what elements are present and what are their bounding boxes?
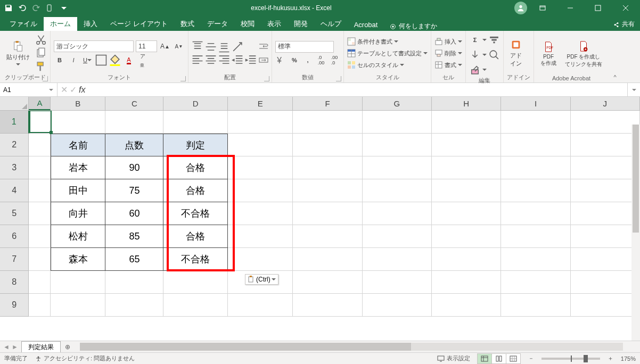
cell-F2[interactable]: [293, 134, 362, 156]
cell-A2[interactable]: [29, 134, 51, 156]
cell-B9[interactable]: [51, 294, 105, 317]
cell-F6[interactable]: [293, 225, 362, 248]
decrease-font-icon[interactable]: A▼: [173, 40, 185, 52]
accounting-format-icon[interactable]: ¥: [275, 54, 287, 66]
tab-formulas[interactable]: 数式: [174, 17, 201, 31]
conditional-formatting-button[interactable]: 条件付き書式: [347, 37, 428, 46]
cell-I6[interactable]: [501, 225, 570, 248]
cell-A5[interactable]: [29, 202, 51, 225]
align-center-icon[interactable]: [205, 54, 217, 66]
cell-J6[interactable]: [571, 225, 640, 248]
cell-E9[interactable]: [228, 294, 293, 317]
underline-button[interactable]: U: [81, 54, 93, 66]
align-bottom-icon[interactable]: [218, 41, 230, 53]
cell-A9[interactable]: [29, 294, 51, 317]
tab-acrobat[interactable]: Acrobat: [348, 19, 384, 31]
font-dialog-launcher[interactable]: [180, 76, 186, 81]
cell-F9[interactable]: [293, 294, 362, 317]
ribbon-display-options[interactable]: [530, 0, 555, 16]
cell-B5[interactable]: 向井: [51, 202, 105, 225]
tab-data[interactable]: データ: [201, 17, 234, 31]
sheet-nav-next-icon[interactable]: ►: [12, 343, 18, 351]
tell-me-search[interactable]: 何をしますか: [389, 22, 437, 31]
font-name-combo[interactable]: 游ゴシック: [54, 40, 134, 52]
minimize-button[interactable]: [558, 0, 582, 16]
cell-E4[interactable]: [228, 179, 293, 202]
zoom-slider[interactable]: [541, 358, 600, 360]
clipboard-dialog-launcher[interactable]: [43, 76, 48, 81]
bold-button[interactable]: B: [54, 54, 65, 66]
column-header-G[interactable]: G: [363, 97, 432, 110]
cell-E5[interactable]: [228, 202, 293, 225]
column-header-C[interactable]: C: [105, 97, 163, 110]
cell-G6[interactable]: [363, 225, 432, 248]
cell-C4[interactable]: 75: [105, 179, 163, 202]
clear-icon[interactable]: [469, 64, 481, 76]
cell-F1[interactable]: [293, 111, 362, 134]
row-header-5[interactable]: 5: [0, 202, 29, 225]
formula-bar[interactable]: [88, 83, 627, 96]
italic-button[interactable]: I: [68, 54, 79, 66]
autosum-icon[interactable]: Σ: [469, 34, 481, 46]
sheet-tab[interactable]: 判定結果: [21, 341, 61, 352]
cell-H8[interactable]: [432, 271, 501, 294]
font-size-combo[interactable]: 11: [136, 40, 157, 52]
cell-styles-button[interactable]: セルのスタイル: [347, 61, 428, 69]
qat-customize-icon[interactable]: [60, 4, 68, 12]
redo-icon[interactable]: [32, 4, 40, 12]
cell-C6[interactable]: 85: [105, 225, 163, 248]
paste-button[interactable]: 貼り付け: [3, 39, 33, 68]
cell-D8[interactable]: [163, 271, 228, 294]
tab-page-layout[interactable]: ページ レイアウト: [104, 17, 174, 31]
cell-A4[interactable]: [29, 179, 51, 202]
cell-C1[interactable]: [105, 111, 163, 134]
tab-view[interactable]: 表示: [261, 17, 288, 31]
zoom-in-button[interactable]: ＋: [608, 354, 613, 362]
cell-G5[interactable]: [363, 202, 432, 225]
tab-insert[interactable]: 挿入: [77, 17, 104, 31]
page-layout-view-button[interactable]: [491, 353, 506, 364]
cell-I7[interactable]: [501, 248, 570, 271]
delete-cells-button[interactable]: 削除: [434, 49, 462, 57]
align-middle-icon[interactable]: [205, 41, 217, 53]
phonetic-button[interactable]: ア亜: [137, 54, 149, 66]
row-header-2[interactable]: 2: [0, 134, 29, 156]
cell-F3[interactable]: [293, 156, 362, 179]
format-cells-button[interactable]: 書式: [434, 61, 462, 69]
cell-E7[interactable]: [228, 248, 293, 271]
cell-B8[interactable]: [51, 271, 105, 294]
column-header-E[interactable]: E: [228, 97, 293, 110]
cell-H4[interactable]: [432, 179, 501, 202]
tab-review[interactable]: 校閲: [234, 17, 261, 31]
status-accessibility[interactable]: アクセシビリティ: 問題ありません: [35, 354, 135, 362]
cell-E3[interactable]: [228, 156, 293, 179]
cell-H3[interactable]: [432, 156, 501, 179]
tab-file[interactable]: ファイル: [3, 17, 44, 31]
align-top-icon[interactable]: [192, 41, 203, 53]
new-sheet-button[interactable]: ⊕: [61, 341, 75, 352]
cell-A6[interactable]: [29, 225, 51, 248]
cell-H7[interactable]: [432, 248, 501, 271]
cell-C9[interactable]: [105, 294, 163, 317]
tab-developer[interactable]: 開発: [288, 17, 314, 31]
cell-F7[interactable]: [293, 248, 362, 271]
increase-decimal-icon[interactable]: .0.00: [315, 54, 327, 66]
cell-G1[interactable]: [363, 111, 432, 134]
decrease-decimal-icon[interactable]: .00.0: [329, 54, 340, 66]
border-button[interactable]: [95, 54, 107, 66]
row-header-4[interactable]: 4: [0, 179, 29, 202]
cell-J3[interactable]: [571, 156, 640, 179]
column-header-H[interactable]: H: [432, 97, 501, 110]
cell-H6[interactable]: [432, 225, 501, 248]
cell-A3[interactable]: [29, 156, 51, 179]
cell-I4[interactable]: [501, 179, 570, 202]
cell-D3[interactable]: 合格: [163, 156, 228, 179]
insert-function-icon[interactable]: fx: [79, 85, 85, 95]
cell-J5[interactable]: [571, 202, 640, 225]
row-header-8[interactable]: 8: [0, 271, 29, 294]
cell-G9[interactable]: [363, 294, 432, 317]
fill-icon[interactable]: [469, 49, 481, 61]
row-header-6[interactable]: 6: [0, 225, 29, 248]
cell-J4[interactable]: [571, 179, 640, 202]
align-left-icon[interactable]: [192, 54, 203, 66]
